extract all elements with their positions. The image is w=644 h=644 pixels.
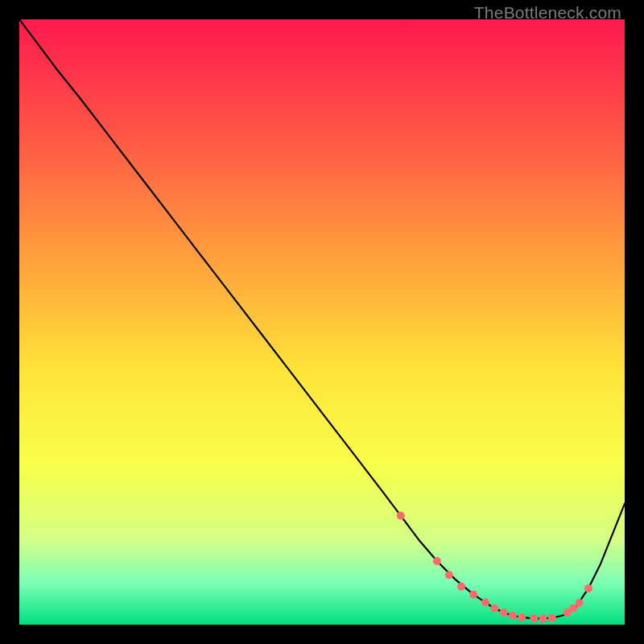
marker-point	[469, 590, 477, 598]
marker-point	[518, 613, 526, 621]
marker-point	[397, 512, 405, 520]
marker-point	[445, 571, 453, 579]
watermark-text: TheBottleneck.com	[474, 3, 621, 23]
bottleneck-chart	[19, 19, 625, 625]
marker-point	[584, 584, 592, 592]
marker-point	[481, 598, 489, 606]
marker-point	[490, 605, 498, 613]
marker-point	[576, 599, 584, 607]
gradient-background	[19, 19, 625, 625]
marker-point	[539, 615, 547, 623]
marker-point	[509, 612, 517, 620]
marker-point	[548, 614, 556, 622]
marker-point	[530, 614, 538, 622]
marker-point	[500, 609, 508, 617]
marker-point	[569, 605, 577, 613]
marker-point	[433, 557, 441, 565]
marker-point	[457, 583, 465, 591]
chart-frame	[19, 19, 625, 625]
